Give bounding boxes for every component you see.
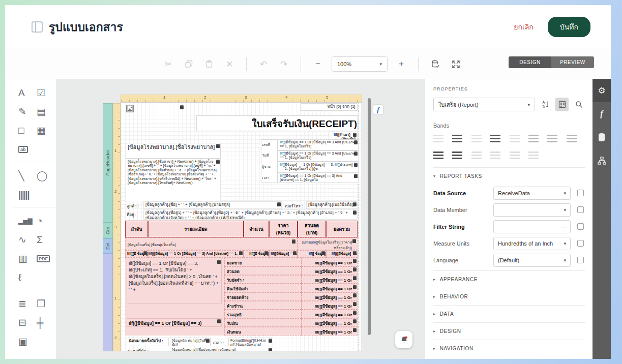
group-header-field[interactable]: [ข้อมูลใบเสร็จ].[ชื่อกลุ่มใบเสร็จ] [125, 237, 298, 250]
report-title-field[interactable]: ใบเสร็จรับเงิน(RECEIPT) [196, 115, 358, 131]
data-member-checkbox[interactable] [577, 206, 584, 213]
detail-cell[interactable]: Iif(([มี ข้อมูล] [125, 250, 148, 258]
table-header-cell[interactable]: ราคา (หน่วย) [269, 221, 298, 237]
category-view-button[interactable] [555, 98, 569, 111]
hospital-name-field[interactable]: [ข้อมูลโรงพยาบาล].[ชื่อโรงพยาบาล] [126, 143, 221, 159]
page-break-tool[interactable]: ⊟ [18, 313, 36, 332]
band-group-header[interactable]: Gro [103, 223, 113, 238]
summary-value-field[interactable]: Iif(([มีข้อมูล] == 1 Or [302, 258, 358, 266]
fullscreen-icon[interactable] [449, 57, 462, 71]
section-report-tasks[interactable]: ▾ REPORT TASKS [433, 167, 585, 185]
undo-icon[interactable]: ↶ [257, 57, 270, 71]
summary-value-field[interactable]: Iif(([มีข้อมูล] == 1 Or [302, 266, 358, 275]
tab-preview[interactable]: PREVIEW [551, 56, 594, 68]
page-header-band-icon[interactable] [471, 135, 482, 142]
tab-design[interactable]: DESIGN [509, 56, 551, 68]
info-value-field[interactable]: Iif(([มีข้อมูล] == 1 Or [มีข้อมูล] == 3 … [278, 150, 359, 162]
subreport-tool[interactable]: ≣ [18, 294, 36, 313]
report-header-band-icon[interactable] [452, 135, 462, 142]
language-checkbox[interactable] [577, 257, 584, 263]
section-data[interactable]: ▸DATA [433, 305, 585, 322]
line-tool[interactable]: ╲ [18, 166, 36, 185]
phone-field[interactable]: [ข้อมูลลูกค้า].[เบอร์มือถือ] [306, 201, 358, 209]
summary-label[interactable]: รับมัดจำ * [224, 275, 302, 284]
summary-label[interactable]: ส่วนลด [224, 266, 302, 275]
zoom-out-icon[interactable]: − [311, 57, 324, 71]
table-header-cell[interactable]: ยอดรวม [326, 221, 358, 237]
summary-value-field[interactable]: Iif(([มีข้อมูล] == 1 Or [302, 310, 358, 318]
page-content-tool[interactable]: ▥ [18, 249, 36, 268]
copy-icon[interactable] [182, 57, 195, 71]
validate-data-icon[interactable] [429, 57, 442, 71]
measure-units-select[interactable]: Hundredths of an Inch ▾ [493, 237, 571, 250]
cut-icon[interactable]: ✂ [162, 57, 175, 71]
table-header-cell[interactable]: ลำดับ [125, 221, 148, 237]
band-detail[interactable]: Det [103, 238, 113, 254]
group-header-band-icon[interactable] [490, 135, 500, 142]
info-value-field[interactable]: Iif(([มีข้อมูล] == 1 Or [มีข้อมูล] == 3)… [278, 173, 359, 183]
detail-band-icon[interactable] [510, 135, 520, 142]
richtext-tool[interactable]: ✎ [18, 102, 36, 121]
section-navigation[interactable]: ▸NAVIGATION [433, 340, 585, 357]
measure-units-checkbox[interactable] [577, 240, 584, 247]
sparkline-tool[interactable]: ∿ [18, 230, 36, 249]
barcode-tool[interactable]: ||||| [18, 185, 36, 204]
chart-tool[interactable]: ▂▅▇ [18, 211, 36, 230]
cross-band-line-tool[interactable]: ╪ [37, 313, 54, 332]
pivot-grid-tool[interactable]: Σ [37, 230, 54, 249]
canvas-scrollbar[interactable] [368, 98, 371, 335]
sort-az-button[interactable] [539, 98, 552, 111]
table-header-cell[interactable]: จำนวน [244, 221, 269, 237]
delete-icon[interactable]: ✕ [223, 57, 236, 71]
page-info-tool[interactable]: ❒ [37, 294, 54, 313]
cross-band-box-tool[interactable]: ▣ [18, 332, 36, 351]
summary-value-field[interactable]: Iif(([มีข้อมูล] == 1 Or [302, 275, 358, 284]
report-footer-band-icon[interactable] [433, 151, 443, 159]
appointment-time-field[interactable]: FormatString('{0:HH:m m}',[ข้อมูลนัดหมาย… [228, 338, 273, 346]
language-select[interactable]: (Default) ▾ [493, 254, 571, 267]
top-margin-band-icon[interactable] [433, 135, 443, 142]
signature-tool[interactable]: ℓ [18, 268, 36, 287]
section-appearance[interactable]: ▸APPEARANCE [433, 270, 585, 288]
receipt-info-table[interactable]: เลขที่ วันที่ ผู้ขาย เวลา Iif(([มีข้อมูล… [261, 139, 359, 183]
properties-rail-button[interactable]: ⚙ [593, 79, 611, 102]
label-tool[interactable]: A [18, 83, 36, 102]
summary-label[interactable]: ค้างชำระ [224, 301, 302, 310]
report-explorer-rail-button[interactable] [593, 149, 611, 172]
pdf-content-tool[interactable]: PDF [37, 249, 54, 268]
summary-value-field[interactable]: Iif(([มีข้อมูล] == 1 Or [302, 301, 358, 310]
vertical-detail-band-icon[interactable] [567, 135, 577, 142]
summary-value-field[interactable]: Iif(([มีข้อมูล] == 1 Or [302, 292, 358, 301]
cancel-button[interactable]: ยกเลิก [514, 21, 534, 33]
summary-label[interactable]: ยอดขาย [224, 258, 302, 266]
appointment-reason-field[interactable]: [ข้อมูลนัดหมาย].[ชื่อประเภทการนัดหมาย] [170, 347, 273, 351]
payment-expression-field[interactable]: Iif([มีข้อมูล] == 1 Or [มีข้อมูล] == 3, … [127, 259, 222, 304]
checkbox-tool[interactable]: ☑ [37, 83, 54, 102]
report-page[interactable]: หน้า {0} จาก {1} ใบเสร็จรับเงิน(RECEIPT)… [121, 102, 362, 351]
shape-tool[interactable]: ◯ [37, 166, 54, 185]
detail-cell[interactable]: Iif([มีข้อมูล] == 1 Or [มี [269, 250, 298, 258]
zoom-in-icon[interactable]: + [395, 57, 408, 71]
hospital-address-field[interactable]: [ข้อมูลโรงพยาบาล].[ชื่อสาขา] + NewLine()… [126, 159, 221, 202]
field-list-rail-button[interactable] [593, 126, 611, 149]
expressions-rail-button[interactable]: f [593, 102, 611, 126]
summary-value-field[interactable]: Iif(([มีข้อมูล] == 1 Or [302, 284, 358, 292]
summary-label[interactable]: รับเงิน [224, 318, 302, 327]
component-selector[interactable]: ใบเสร็จ (Report) ▾ [433, 98, 535, 111]
ellipsis-icon[interactable]: ··· [560, 224, 566, 230]
sub-band-icon[interactable] [510, 151, 520, 159]
summary-value-field[interactable]: Iif(([มีข้อมูล] == 1 Or [302, 318, 358, 327]
detail-cell[interactable]: Iif(([มีข้อมูล] == 1 Or [มีข้อมูล] == 3)… [148, 250, 244, 258]
receive-expression-field[interactable]: Iif(([มีข้อมูล] == 1 Or [มีข้อมูล] == 3) [127, 318, 222, 327]
summary-label[interactable]: คืน/ใช้มัดจำ [224, 284, 302, 292]
info-value-field[interactable]: Iif([มีข้อมูล] == 1 Or [มีข้อมูล] == 3, … [278, 162, 359, 173]
band-report-footer[interactable] [103, 254, 113, 351]
zoom-level-select[interactable]: 100% ▾ [332, 56, 388, 72]
detail-cell[interactable]: Iif([ ข้อมูล] [298, 250, 326, 258]
notifications-button[interactable] [395, 331, 412, 348]
redo-icon[interactable]: ↷ [277, 57, 290, 71]
group-sum-field[interactable]: sumSum([ข้อมูลใบเสร็จ].[ราคาสุทธิ์รายเจ้… [298, 237, 358, 250]
search-button[interactable] [572, 98, 585, 111]
expression-editor-button[interactable]: f [373, 105, 383, 114]
summary-label[interactable]: รวมสุทธิ [224, 310, 302, 318]
